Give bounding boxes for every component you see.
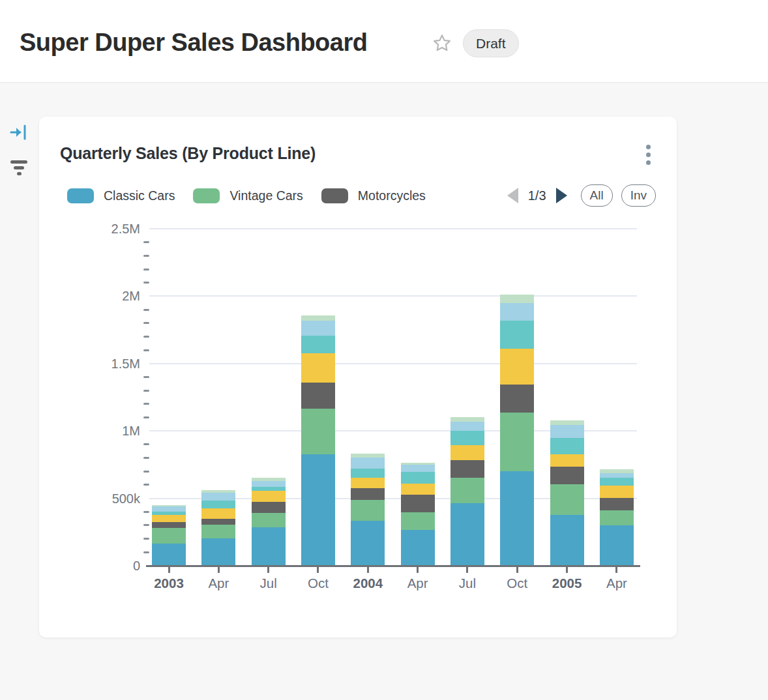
favorite-star-icon[interactable] [432,33,452,53]
bar-segment[interactable] [450,445,484,460]
bar-segment[interactable] [450,431,484,445]
bar-jul-2[interactable] [252,478,286,566]
bar-segment[interactable] [252,491,286,502]
bar-segment[interactable] [401,472,435,484]
bar-2004-4[interactable] [351,454,385,566]
y-axis-minor-tick [143,376,149,378]
legend-swatch [67,188,94,203]
bar-segment[interactable] [301,315,335,320]
legend-item-classic-cars[interactable]: Classic Cars [67,188,175,203]
bar-segment[interactable] [252,527,286,566]
x-axis-tick [566,567,568,573]
collapse-panel-button[interactable] [8,124,30,143]
bar-segment[interactable] [201,501,235,508]
bar-segment[interactable] [450,422,484,431]
bar-segment[interactable] [500,471,534,566]
bar-segment[interactable] [351,469,385,477]
bar-segment[interactable] [152,506,186,512]
bar-segment[interactable] [201,538,235,566]
legend-prev-arrow-icon[interactable] [507,188,518,203]
x-axis-tick [218,567,220,573]
y-axis-minor-tick [143,336,149,338]
bar-segment[interactable] [351,458,385,469]
bar-segment[interactable] [600,478,634,486]
bar-segment[interactable] [351,488,385,500]
bar-segment[interactable] [500,349,534,385]
bar-2005-8[interactable] [550,420,584,566]
bar-segment[interactable] [152,515,186,521]
bar-segment[interactable] [351,521,385,566]
bar-segment[interactable] [301,454,335,566]
bar-segment[interactable] [401,465,435,472]
legend-item-vintage-cars[interactable]: Vintage Cars [193,188,303,203]
bar-apr-1[interactable] [201,490,235,566]
invert-selection-button[interactable]: Inv [621,184,656,207]
bar-segment[interactable] [550,515,584,566]
legend-next-arrow-icon[interactable] [556,188,567,203]
bar-segment[interactable] [550,420,584,425]
bar-segment[interactable] [450,460,484,478]
y-axis-minor-tick [143,403,149,405]
bar-apr-9[interactable] [600,469,634,566]
bar-segment[interactable] [401,512,435,530]
bar-segment[interactable] [252,513,286,527]
bar-segment[interactable] [152,522,186,528]
y-axis-minor-tick [143,538,149,540]
bar-segment[interactable] [301,409,335,454]
y-axis-minor-tick [143,390,149,392]
bar-segment[interactable] [450,503,484,566]
bar-apr-5[interactable] [401,463,435,566]
bar-segment[interactable] [550,454,584,467]
bar-segment[interactable] [550,467,584,484]
bar-segment[interactable] [550,484,584,516]
bar-segment[interactable] [301,353,335,382]
bar-segment[interactable] [550,438,584,455]
bar-segment[interactable] [252,502,286,514]
bar-oct-7[interactable] [500,295,534,566]
bar-segment[interactable] [450,478,484,503]
bar-oct-3[interactable] [301,315,335,566]
bar-segment[interactable] [201,493,235,500]
legend-item-motorcycles[interactable]: Motorcycles [321,188,426,203]
y-axis-minor-tick [143,349,149,351]
bar-segment[interactable] [152,528,186,544]
x-axis-tick [367,567,369,573]
bar-segment[interactable] [152,544,186,566]
bar-segment[interactable] [351,500,385,521]
legend-swatch [321,188,348,203]
bar-segment[interactable] [301,383,335,409]
bar-segment[interactable] [351,478,385,489]
bar-segment[interactable] [401,484,435,495]
x-axis-tick [516,567,518,573]
bar-segment[interactable] [600,510,634,525]
bar-segment[interactable] [301,321,335,336]
bar-segment[interactable] [301,336,335,353]
bar-segment[interactable] [500,295,534,302]
select-all-button[interactable]: All [581,184,613,207]
bar-segment[interactable] [600,525,634,566]
bar-segment[interactable] [401,495,435,512]
y-axis-minor-tick [143,551,149,553]
bar-segment[interactable] [500,321,534,349]
bar-segment[interactable] [500,385,534,413]
y-axis-minor-tick [143,416,149,418]
bar-jul-6[interactable] [450,417,484,566]
bar-segment[interactable] [550,425,584,438]
bar-segment[interactable] [201,508,235,519]
y-axis-tick-label: 0 [62,559,140,574]
bar-segment[interactable] [450,417,484,422]
bar-segment[interactable] [201,519,235,525]
bar-2003-0[interactable] [152,505,186,566]
bar-segment[interactable] [500,413,534,471]
filter-button[interactable] [8,158,30,177]
y-axis-minor-tick [143,524,149,526]
more-options-button[interactable] [639,140,657,169]
y-axis-minor-tick [143,457,149,459]
bar-segment[interactable] [252,481,286,487]
bar-segment[interactable] [600,498,634,511]
bar-segment[interactable] [600,486,634,498]
bar-segment[interactable] [500,303,534,321]
bar-segment[interactable] [401,530,435,566]
filter-icon [10,160,27,175]
bar-segment[interactable] [201,525,235,538]
